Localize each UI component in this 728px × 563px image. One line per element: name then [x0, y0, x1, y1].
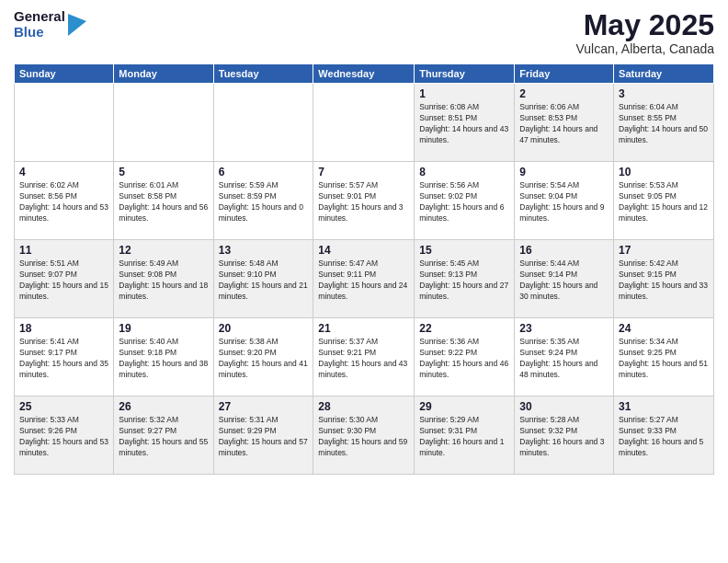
day-info: Sunrise: 5:54 AMSunset: 9:04 PMDaylight:… — [519, 180, 609, 224]
day-info: Sunrise: 6:06 AMSunset: 8:53 PMDaylight:… — [519, 102, 609, 146]
day-number: 2 — [519, 87, 609, 100]
day-info: Sunrise: 6:01 AMSunset: 8:58 PMDaylight:… — [119, 180, 208, 224]
table-row: 1Sunrise: 6:08 AMSunset: 8:51 PMDaylight… — [415, 84, 515, 162]
day-info: Sunrise: 5:44 AMSunset: 9:14 PMDaylight:… — [519, 259, 609, 303]
day-info: Sunrise: 5:53 AMSunset: 9:05 PMDaylight:… — [619, 180, 709, 224]
table-row: 27Sunrise: 5:31 AMSunset: 9:29 PMDayligh… — [213, 396, 313, 475]
table-row: 18Sunrise: 5:41 AMSunset: 9:17 PMDayligh… — [15, 318, 114, 396]
day-info: Sunrise: 5:28 AMSunset: 9:32 PMDaylight:… — [519, 415, 609, 459]
table-row: 7Sunrise: 5:57 AMSunset: 9:01 PMDaylight… — [313, 162, 415, 240]
table-row: 22Sunrise: 5:36 AMSunset: 9:22 PMDayligh… — [415, 318, 515, 396]
day-number: 24 — [619, 322, 709, 335]
logo: General Blue — [14, 9, 86, 40]
table-row: 26Sunrise: 5:32 AMSunset: 9:27 PMDayligh… — [114, 396, 213, 475]
table-row: 28Sunrise: 5:30 AMSunset: 9:30 PMDayligh… — [313, 396, 415, 475]
logo-blue: Blue — [14, 25, 65, 40]
table-row: 10Sunrise: 5:53 AMSunset: 9:05 PMDayligh… — [614, 162, 714, 240]
table-row: 12Sunrise: 5:49 AMSunset: 9:08 PMDayligh… — [114, 240, 213, 318]
day-number: 5 — [119, 166, 208, 178]
logo-icon — [68, 14, 86, 36]
day-number: 1 — [419, 87, 509, 100]
day-number: 27 — [219, 400, 309, 413]
table-row: 3Sunrise: 6:04 AMSunset: 8:55 PMDaylight… — [614, 84, 714, 162]
table-row: 8Sunrise: 5:56 AMSunset: 9:02 PMDaylight… — [415, 162, 515, 240]
day-info: Sunrise: 5:42 AMSunset: 9:15 PMDaylight:… — [619, 259, 709, 303]
day-number: 15 — [419, 244, 509, 257]
day-info: Sunrise: 5:41 AMSunset: 9:17 PMDaylight:… — [19, 337, 108, 381]
logo-general: General — [14, 9, 65, 25]
table-row: 21Sunrise: 5:37 AMSunset: 9:21 PMDayligh… — [313, 318, 415, 396]
header-saturday: Saturday — [614, 64, 714, 84]
day-info: Sunrise: 5:57 AMSunset: 9:01 PMDaylight:… — [318, 180, 409, 224]
logo-text: General Blue — [14, 9, 65, 40]
header-monday: Monday — [114, 64, 213, 84]
table-row: 9Sunrise: 5:54 AMSunset: 9:04 PMDaylight… — [515, 162, 614, 240]
day-number: 25 — [19, 400, 108, 413]
day-info: Sunrise: 6:04 AMSunset: 8:55 PMDaylight:… — [619, 102, 709, 146]
table-row — [313, 84, 415, 162]
day-number: 4 — [19, 166, 108, 178]
table-row: 6Sunrise: 5:59 AMSunset: 8:59 PMDaylight… — [213, 162, 313, 240]
day-info: Sunrise: 5:51 AMSunset: 9:07 PMDaylight:… — [19, 259, 108, 303]
header-thursday: Thursday — [415, 64, 515, 84]
day-info: Sunrise: 6:08 AMSunset: 8:51 PMDaylight:… — [419, 102, 509, 146]
table-row: 25Sunrise: 5:33 AMSunset: 9:26 PMDayligh… — [15, 396, 114, 475]
table-row — [114, 84, 213, 162]
calendar-page: General Blue May 2025 Vulcan, Alberta, C… — [0, 0, 728, 563]
day-number: 30 — [519, 400, 609, 413]
day-info: Sunrise: 5:30 AMSunset: 9:30 PMDaylight:… — [318, 415, 409, 459]
day-info: Sunrise: 5:27 AMSunset: 9:33 PMDaylight:… — [619, 415, 709, 459]
calendar-table: Sunday Monday Tuesday Wednesday Thursday… — [14, 63, 714, 475]
day-number: 8 — [419, 166, 509, 178]
day-info: Sunrise: 5:31 AMSunset: 9:29 PMDaylight:… — [219, 415, 309, 459]
day-number: 11 — [19, 244, 108, 257]
day-number: 17 — [619, 244, 709, 257]
table-row: 13Sunrise: 5:48 AMSunset: 9:10 PMDayligh… — [213, 240, 313, 318]
calendar-week-row: 11Sunrise: 5:51 AMSunset: 9:07 PMDayligh… — [15, 240, 714, 318]
svg-marker-0 — [68, 14, 86, 36]
day-number: 10 — [619, 166, 709, 178]
table-row: 15Sunrise: 5:45 AMSunset: 9:13 PMDayligh… — [415, 240, 515, 318]
weekday-header-row: Sunday Monday Tuesday Wednesday Thursday… — [15, 64, 714, 84]
day-info: Sunrise: 5:34 AMSunset: 9:25 PMDaylight:… — [619, 337, 709, 381]
day-number: 18 — [19, 322, 108, 335]
day-number: 26 — [119, 400, 208, 413]
day-number: 22 — [419, 322, 509, 335]
table-row: 23Sunrise: 5:35 AMSunset: 9:24 PMDayligh… — [515, 318, 614, 396]
day-info: Sunrise: 5:32 AMSunset: 9:27 PMDaylight:… — [119, 415, 208, 459]
calendar-week-row: 25Sunrise: 5:33 AMSunset: 9:26 PMDayligh… — [15, 396, 714, 475]
month-title: May 2025 — [576, 9, 714, 41]
day-number: 6 — [219, 166, 309, 178]
title-area: May 2025 Vulcan, Alberta, Canada — [576, 9, 714, 56]
day-number: 7 — [318, 166, 409, 178]
calendar-week-row: 4Sunrise: 6:02 AMSunset: 8:56 PMDaylight… — [15, 162, 714, 240]
day-info: Sunrise: 6:02 AMSunset: 8:56 PMDaylight:… — [19, 180, 108, 224]
table-row: 17Sunrise: 5:42 AMSunset: 9:15 PMDayligh… — [614, 240, 714, 318]
day-info: Sunrise: 5:37 AMSunset: 9:21 PMDaylight:… — [318, 337, 409, 381]
table-row: 30Sunrise: 5:28 AMSunset: 9:32 PMDayligh… — [515, 396, 614, 475]
calendar-week-row: 18Sunrise: 5:41 AMSunset: 9:17 PMDayligh… — [15, 318, 714, 396]
day-info: Sunrise: 5:49 AMSunset: 9:08 PMDaylight:… — [119, 259, 208, 303]
header-friday: Friday — [515, 64, 614, 84]
table-row — [213, 84, 313, 162]
day-number: 23 — [519, 322, 609, 335]
day-number: 21 — [318, 322, 409, 335]
header-wednesday: Wednesday — [313, 64, 415, 84]
day-info: Sunrise: 5:56 AMSunset: 9:02 PMDaylight:… — [419, 180, 509, 224]
table-row: 31Sunrise: 5:27 AMSunset: 9:33 PMDayligh… — [614, 396, 714, 475]
table-row: 14Sunrise: 5:47 AMSunset: 9:11 PMDayligh… — [313, 240, 415, 318]
day-number: 20 — [219, 322, 309, 335]
day-info: Sunrise: 5:36 AMSunset: 9:22 PMDaylight:… — [419, 337, 509, 381]
day-info: Sunrise: 5:48 AMSunset: 9:10 PMDaylight:… — [219, 259, 309, 303]
table-row: 4Sunrise: 6:02 AMSunset: 8:56 PMDaylight… — [15, 162, 114, 240]
day-number: 29 — [419, 400, 509, 413]
day-number: 14 — [318, 244, 409, 257]
table-row — [15, 84, 114, 162]
table-row: 11Sunrise: 5:51 AMSunset: 9:07 PMDayligh… — [15, 240, 114, 318]
day-number: 16 — [519, 244, 609, 257]
day-info: Sunrise: 5:40 AMSunset: 9:18 PMDaylight:… — [119, 337, 208, 381]
calendar-week-row: 1Sunrise: 6:08 AMSunset: 8:51 PMDaylight… — [15, 84, 714, 162]
table-row: 2Sunrise: 6:06 AMSunset: 8:53 PMDaylight… — [515, 84, 614, 162]
day-number: 13 — [219, 244, 309, 257]
day-number: 28 — [318, 400, 409, 413]
